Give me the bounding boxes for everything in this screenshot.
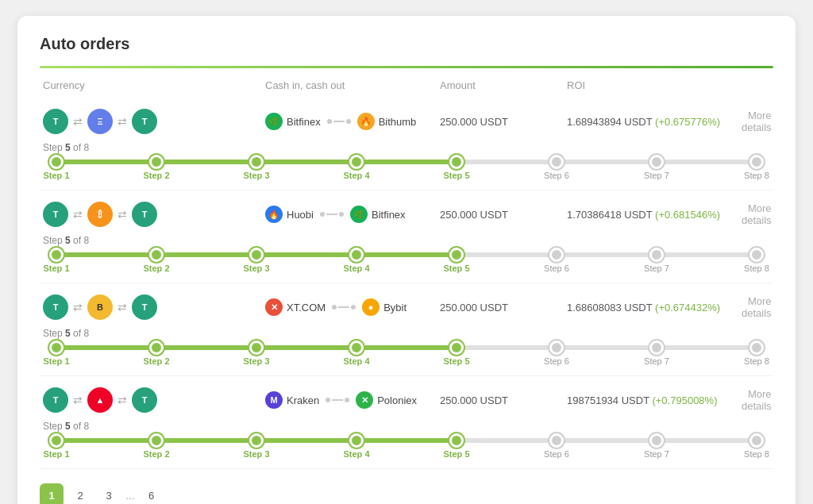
exchange-name-kraken: Kraken <box>287 394 319 406</box>
coin-icon-usdt: T <box>43 387 68 413</box>
step-node-7: Step 7 <box>649 433 664 448</box>
node-label-5: Step 5 <box>443 171 469 180</box>
step-node-1: Step 1 <box>49 433 64 448</box>
cash-cell-2: 🔥 Huobi 🌿 Bitfinex <box>265 206 440 223</box>
orders-container: T ⇄ Ξ ⇄ T 🌿 Bitfinex 🔥 Bithu <box>40 98 773 469</box>
progress-container: Step 1 Step 2 Step 3 Step 4 Step 5 Step … <box>43 160 770 164</box>
coin-icon-usdt: T <box>132 294 157 320</box>
roi-cell-2: 1.70386418 USDT (+0.681546%) <box>567 209 742 221</box>
node-circle-5 <box>449 248 464 262</box>
exchange-icon-huobi: 🔥 <box>265 206 283 223</box>
node-label-5: Step 5 <box>443 264 469 273</box>
order-main-2: T ⇄ ₿ ⇄ T 🔥 Huobi 🌿 Bitfinex <box>40 202 773 227</box>
step-node-1: Step 1 <box>49 340 64 355</box>
step-node-8: Step 8 <box>749 155 764 169</box>
coin-icon-btc: ₿ <box>87 202 113 227</box>
amount-cell-1: 250.000 USDT <box>440 116 567 128</box>
more-details-4[interactable]: More details <box>742 388 772 412</box>
node-circle-8 <box>749 340 764 355</box>
page-btn-3[interactable]: 3 <box>97 483 121 504</box>
more-details-1[interactable]: More details <box>742 110 772 133</box>
coin-icon-usdt: T <box>43 294 68 320</box>
step-node-3: Step 3 <box>249 433 264 448</box>
node-circle-7 <box>649 340 664 355</box>
node-label-4: Step 4 <box>343 356 369 366</box>
arrow-icon-3-2: ⇄ <box>118 301 127 314</box>
node-circle-6 <box>549 155 564 169</box>
exchange-name-poloniex: Poloniex <box>377 394 417 406</box>
exchange-badge-bithumb: 🔥 Bithumb <box>357 113 417 130</box>
node-label-4: Step 4 <box>343 264 369 273</box>
amount-cell-2: 250.000 USDT <box>440 209 567 221</box>
exchange-name-xtcom: XT.COM <box>287 302 326 314</box>
dot-2-2 <box>339 212 344 217</box>
node-circle-6 <box>549 433 564 448</box>
step-node-7: Step 7 <box>649 340 664 355</box>
step-node-6: Step 6 <box>549 340 564 355</box>
page-dots: ... <box>125 489 135 502</box>
exchange-icon-bybit: ● <box>362 298 380 316</box>
step-nodes: Step 1 Step 2 Step 3 Step 4 Step 5 Step … <box>49 340 764 355</box>
node-circle-3 <box>249 248 264 262</box>
step-node-2: Step 2 <box>149 433 164 448</box>
step-node-5: Step 5 <box>449 248 464 262</box>
node-label-7: Step 7 <box>644 449 669 459</box>
node-circle-8 <box>749 248 764 262</box>
node-circle-4 <box>349 433 364 448</box>
node-label-1: Step 1 <box>43 171 69 180</box>
step-label-4: Step 5 of 8 <box>43 421 770 432</box>
node-label-2: Step 2 <box>143 449 169 459</box>
roi-value-4: 198751934 USDT <box>567 394 652 406</box>
step-node-4: Step 4 <box>349 155 364 169</box>
step-row-1: Step 5 of 8 Step 1 Step 2 Step 3 Step 4 … <box>40 134 773 185</box>
node-circle-6 <box>549 248 564 262</box>
exchange-badge-bybit: ● Bybit <box>362 298 406 316</box>
exchange-icon-kraken: M <box>265 391 283 409</box>
step-nodes: Step 1 Step 2 Step 3 Step 4 Step 5 Step … <box>49 433 764 448</box>
exchange-badge-huobi: 🔥 Huobi <box>265 206 314 223</box>
more-details-3[interactable]: More details <box>742 295 772 319</box>
page-btn-6[interactable]: 6 <box>140 483 164 504</box>
arrow-icon-4-1: ⇄ <box>73 394 83 406</box>
arrow-icon-2-2: ⇄ <box>118 208 127 221</box>
step-node-6: Step 6 <box>549 433 564 448</box>
page-btn-2[interactable]: 2 <box>68 483 92 504</box>
progress-container: Step 1 Step 2 Step 3 Step 4 Step 5 Step … <box>43 438 770 443</box>
more-details-2[interactable]: More details <box>742 202 772 226</box>
currency-cell-4: T ⇄ ▲ ⇄ T <box>43 387 265 413</box>
arrow-icon-4-2: ⇄ <box>118 394 127 406</box>
arrow-icon-1-1: ⇄ <box>73 115 83 128</box>
auto-orders-card: Auto orders Currency Cash in, cash out A… <box>17 16 796 504</box>
progress-track: Step 1 Step 2 Step 3 Step 4 Step 5 Step … <box>49 160 764 164</box>
node-label-8: Step 8 <box>744 356 769 366</box>
exchange-badge-poloniex: ✕ Poloniex <box>356 391 417 409</box>
coin-icon-usdt: T <box>132 109 157 134</box>
node-label-4: Step 4 <box>343 171 369 180</box>
exchange-badge-kraken: M Kraken <box>265 391 319 409</box>
roi-cell-3: 1.68608083 USDT (+0.674432%) <box>567 302 742 314</box>
roi-percent-2: (+0.681546%) <box>655 209 720 221</box>
node-label-6: Step 6 <box>544 356 569 366</box>
dot-2-1 <box>320 212 325 217</box>
node-circle-2 <box>149 248 164 262</box>
node-label-6: Step 6 <box>544 264 569 273</box>
page-btn-1[interactable]: 1 <box>40 483 64 504</box>
node-label-7: Step 7 <box>644 356 669 366</box>
step-node-7: Step 7 <box>649 155 664 169</box>
node-circle-2 <box>149 433 164 448</box>
exchange-badge-bitfinex: 🌿 Bitfinex <box>350 206 406 223</box>
header-amount: Amount <box>440 79 567 91</box>
progress-container: Step 1 Step 2 Step 3 Step 4 Step 5 Step … <box>43 345 770 350</box>
step-node-3: Step 3 <box>249 248 264 262</box>
node-circle-8 <box>749 155 764 169</box>
currency-cell-3: T ⇄ B ⇄ T <box>43 294 265 320</box>
node-circle-4 <box>349 155 364 169</box>
step-node-6: Step 6 <box>549 155 564 169</box>
exchange-badge-xtcom: ✕ XT.COM <box>265 298 326 316</box>
node-label-3: Step 3 <box>243 264 269 273</box>
node-circle-5 <box>449 340 464 355</box>
node-label-8: Step 8 <box>744 264 769 273</box>
node-circle-6 <box>549 340 564 355</box>
roi-value-1: 1.68943894 USDT <box>567 116 655 128</box>
node-circle-4 <box>349 340 364 355</box>
